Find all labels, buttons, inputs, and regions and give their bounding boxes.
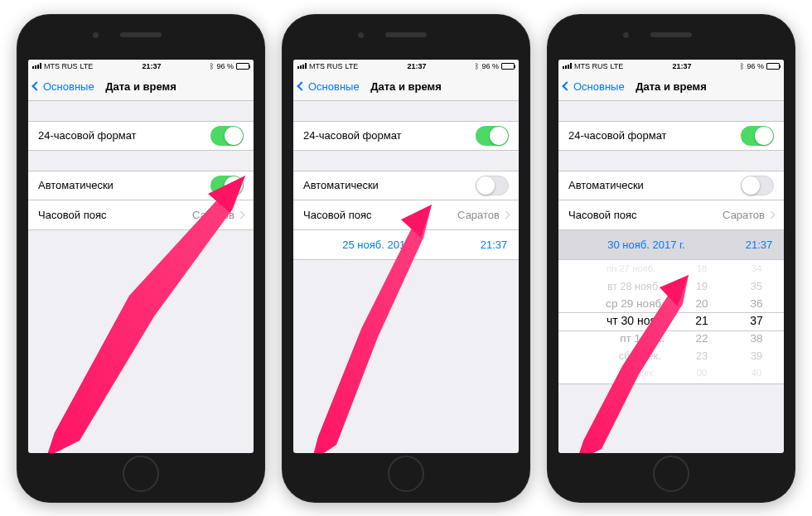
network-label: LTE <box>611 62 624 70</box>
battery-icon <box>501 63 515 70</box>
phone-mockup-1: MTS RUS LTE 21:37 ᛒ 96 % Основные Дата и… <box>17 14 265 503</box>
back-button[interactable]: Основные <box>298 80 360 93</box>
timezone-value: Саратов <box>192 209 238 221</box>
nav-bar: Основные Дата и время <box>293 73 519 101</box>
row-label: 24-часовой формат <box>303 129 476 142</box>
carrier-label: MTS RUS <box>309 62 343 70</box>
row-datetime[interactable]: 30 нояб. 2017 г. 21:37 <box>558 230 784 260</box>
timezone-value: Саратов <box>723 209 768 221</box>
status-bar: MTS RUS LTE 21:37 ᛒ 96 % <box>558 60 784 73</box>
network-label: LTE <box>80 62 94 70</box>
toggle-24h[interactable] <box>210 126 244 146</box>
picker-minute-column[interactable]: 34 35 36 37 38 39 40 <box>729 260 784 383</box>
screen-3: MTS RUS LTE 21:37 ᛒ 96 % Основные Дата и… <box>558 60 784 453</box>
carrier-label: MTS RUS <box>44 62 78 70</box>
row-auto: Автоматически <box>558 171 784 200</box>
signal-icon <box>563 63 572 69</box>
back-button[interactable]: Основные <box>33 80 94 93</box>
nav-bar: Основные Дата и время <box>28 73 254 101</box>
chevron-left-icon <box>31 81 41 90</box>
row-auto: Автоматически <box>28 171 254 200</box>
row-24h-format: 24-часовой формат <box>293 121 519 151</box>
row-timezone[interactable]: Часовой пояс Саратов <box>28 200 254 230</box>
row-label: Автоматически <box>303 179 476 191</box>
bluetooth-icon: ᛒ <box>210 62 214 70</box>
row-timezone[interactable]: Часовой пояс Саратов <box>558 200 784 230</box>
signal-icon <box>32 63 41 69</box>
battery-icon <box>766 63 780 70</box>
phone-mockup-2: MTS RUS LTE 21:37 ᛒ 96 % Основные Дата и… <box>282 14 530 503</box>
back-button[interactable]: Основные <box>563 80 625 93</box>
status-bar: MTS RUS LTE 21:37 ᛒ 96 % <box>28 60 254 73</box>
row-auto: Автоматически <box>293 171 519 200</box>
toggle-24h[interactable] <box>741 126 774 146</box>
timezone-value: Саратов <box>457 209 503 221</box>
carrier-label: MTS RUS <box>574 62 608 70</box>
row-24h-format: 24-часовой формат <box>558 121 784 151</box>
picker-day-column[interactable]: пн 27 нояб. вт 28 нояб. ср 29 нояб. чт 3… <box>558 260 674 383</box>
status-bar: MTS RUS LTE 21:37 ᛒ 96 % <box>293 60 519 73</box>
chevron-right-icon <box>237 210 245 219</box>
time-display: 21:37 <box>469 239 519 251</box>
back-label: Основные <box>573 80 625 93</box>
screen-1: MTS RUS LTE 21:37 ᛒ 96 % Основные Дата и… <box>28 60 254 453</box>
row-label: Автоматически <box>38 179 210 191</box>
page-title: Дата и время <box>370 80 442 93</box>
status-time: 21:37 <box>142 62 161 70</box>
time-display: 21:37 <box>734 239 784 251</box>
toggle-auto[interactable] <box>741 176 774 195</box>
chevron-right-icon <box>767 210 776 219</box>
row-timezone[interactable]: Часовой пояс Саратов <box>293 200 519 230</box>
picker-hour-column[interactable]: 18 19 20 21 22 23 00 <box>674 260 729 383</box>
row-24h-format: 24-часовой формат <box>28 121 254 151</box>
datetime-picker[interactable]: пн 27 нояб. вт 28 нояб. ср 29 нояб. чт 3… <box>558 260 784 384</box>
battery-icon <box>236 63 249 70</box>
row-datetime[interactable]: 25 нояб. 2017 г. 21:37 <box>293 230 519 260</box>
toggle-auto[interactable] <box>210 176 244 195</box>
back-label: Основные <box>43 80 94 93</box>
battery-percent: 96 % <box>747 62 764 70</box>
chevron-left-icon <box>562 81 571 90</box>
row-label: 24-часовой формат <box>38 129 210 142</box>
screen-2: MTS RUS LTE 21:37 ᛒ 96 % Основные Дата и… <box>293 60 519 453</box>
battery-percent: 96 % <box>481 62 499 70</box>
toggle-24h[interactable] <box>476 126 509 146</box>
row-label: Часовой пояс <box>568 209 723 221</box>
row-label: Автоматически <box>568 179 741 191</box>
toggle-auto[interactable] <box>476 176 509 195</box>
phone-mockup-3: MTS RUS LTE 21:37 ᛒ 96 % Основные Дата и… <box>547 14 795 503</box>
bluetooth-icon: ᛒ <box>740 62 744 70</box>
chevron-right-icon <box>502 210 510 219</box>
network-label: LTE <box>346 62 359 70</box>
row-label: 24-часовой формат <box>568 129 741 142</box>
row-label: Часовой пояс <box>303 209 457 221</box>
date-display: 30 нояб. 2017 г. <box>558 239 734 251</box>
page-title: Дата и время <box>636 80 707 93</box>
status-time: 21:37 <box>672 62 691 70</box>
signal-icon <box>297 63 307 69</box>
page-title: Дата и время <box>105 80 176 93</box>
status-time: 21:37 <box>407 62 426 70</box>
date-display: 25 нояб. 2017 г. <box>293 239 469 251</box>
battery-percent: 96 % <box>216 62 234 70</box>
back-label: Основные <box>308 80 360 93</box>
bluetooth-icon: ᛒ <box>475 62 479 70</box>
chevron-left-icon <box>297 81 306 90</box>
row-label: Часовой пояс <box>38 209 192 221</box>
nav-bar: Основные Дата и время <box>558 73 784 101</box>
